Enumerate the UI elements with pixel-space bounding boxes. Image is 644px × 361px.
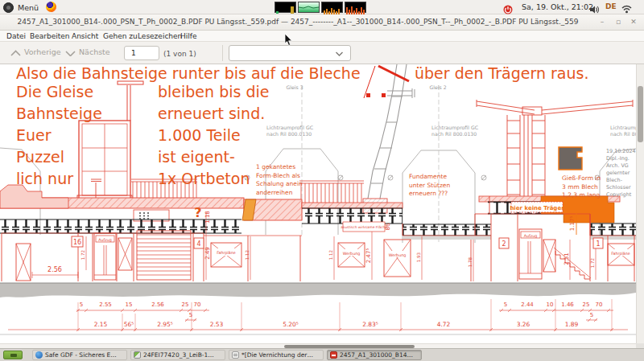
svg-text:Euer: Euer xyxy=(16,126,52,144)
pdf-canvas[interactable]: Also die Bahnsteige runter bis auf die B… xyxy=(0,64,636,343)
chevron-up-icon xyxy=(10,50,21,56)
svg-text:16: 16 xyxy=(73,239,81,246)
svg-text:unter Stützen: unter Stützen xyxy=(409,182,450,189)
puzzle-piece-shape xyxy=(559,147,582,170)
menubar: Datei Bearbeiten Ansicht Gehen zu Leseze… xyxy=(0,31,644,42)
menu-ansicht[interactable]: Ansicht xyxy=(72,32,98,40)
svg-text:2.51: 2.51 xyxy=(564,252,570,265)
menu-bearbeiten[interactable]: Bearbeiten xyxy=(30,32,69,40)
svg-text:anderreihen: anderreihen xyxy=(256,189,293,196)
menu-lesezeichen[interactable]: Lesezeichen xyxy=(138,32,182,40)
svg-text:Fahrpläne: Fahrpläne xyxy=(611,252,630,256)
next-page-button[interactable]: Nächste xyxy=(79,47,110,56)
vertical-scrollbar[interactable] xyxy=(636,64,644,343)
svg-text:5: 5 xyxy=(80,302,83,308)
svg-text:akustisch wirksame Fläche: akustisch wirksame Fläche xyxy=(341,225,387,229)
svg-text:3.26: 3.26 xyxy=(517,321,530,328)
svg-text:Lichtraumprofil GC: Lichtraumprofil GC xyxy=(431,125,478,131)
svg-text:2.56: 2.56 xyxy=(151,302,164,308)
svg-text:25: 25 xyxy=(182,302,189,308)
distro-logo-icon xyxy=(3,2,14,13)
minimize-button[interactable]: – xyxy=(596,16,609,28)
system-monitor-applet-3[interactable] xyxy=(321,2,343,13)
svg-text:Arch. VG: Arch. VG xyxy=(606,162,629,169)
svg-text:ist eigent-: ist eigent- xyxy=(158,148,235,166)
svg-text:3 mm Blech: 3 mm Blech xyxy=(562,183,598,191)
show-desktop-button[interactable] xyxy=(3,351,23,359)
svg-text:Gleis 3: Gleis 3 xyxy=(286,84,303,90)
svg-text:erneuern ???: erneuern ??? xyxy=(409,190,448,197)
svg-text:1.12: 1.12 xyxy=(328,250,333,260)
svg-text:1.78: 1.78 xyxy=(468,256,473,267)
svg-text:1x Ortbeton: 1x Ortbeton xyxy=(158,170,250,187)
taskbar-window-1[interactable]: Safe GDF - Sicheres E… xyxy=(32,350,127,360)
system-monitor-applet-2[interactable] xyxy=(298,2,320,13)
menu-hilfe[interactable]: Hilfe xyxy=(180,32,196,40)
svg-text:Form-Blech als: Form-Blech als xyxy=(256,172,300,179)
svg-text:5: 5 xyxy=(504,302,507,308)
previous-page-button[interactable]: Vorherige xyxy=(24,47,61,56)
svg-text:2.15: 2.15 xyxy=(94,321,108,328)
firefox-launcher-icon[interactable] xyxy=(46,2,56,12)
keyboard-layout-indicator[interactable]: DE xyxy=(605,2,617,10)
svg-text:lich nur: lich nur xyxy=(16,170,73,187)
system-monitor-applet-4[interactable] xyxy=(345,2,366,13)
page-number-input[interactable]: 1 xyxy=(124,46,159,60)
taskbar-window-3[interactable]: *[Die Vernichtung der… xyxy=(229,350,324,360)
page-count-label: (1 von 1) xyxy=(163,50,196,58)
svg-text:2.47⁵: 2.47⁵ xyxy=(365,248,372,264)
svg-text:1,2,3 m lang: 1,2,3 m lang xyxy=(562,191,601,199)
svg-text:70: 70 xyxy=(194,302,201,308)
close-button[interactable]: ✕ xyxy=(627,16,640,28)
svg-text:2.95⁵: 2.95⁵ xyxy=(157,321,173,328)
svg-text:1.72: 1.72 xyxy=(590,258,595,268)
chevron-down-icon xyxy=(65,50,76,56)
clock[interactable]: Sa, 19. Okt., 21:02 xyxy=(522,2,593,11)
svg-text:25: 25 xyxy=(583,302,590,308)
svg-text:2.44: 2.44 xyxy=(521,302,534,308)
svg-text:5.20⁵: 5.20⁵ xyxy=(283,321,299,328)
dropdown-chevron-icon xyxy=(336,51,343,56)
window-titlebar[interactable]: 2457_A1_301000_B14-.000_PSN_T_Ph_0002_B.… xyxy=(0,14,644,31)
svg-text:2.83⁵: 2.83⁵ xyxy=(362,321,378,328)
svg-text:über den Trägern raus.: über den Trägern raus. xyxy=(415,64,589,82)
window-title: 2457_A1_301000_B14-.000_PSN_T_Ph_0002_B.… xyxy=(0,18,596,26)
svg-text:Gleis 2: Gleis 2 xyxy=(429,84,446,90)
svg-text:Bahnsteige: Bahnsteige xyxy=(16,105,102,122)
menu-datei[interactable]: Datei xyxy=(6,32,26,40)
maximize-button[interactable]: ▫ xyxy=(612,16,625,28)
svg-text:Werbung: Werbung xyxy=(389,253,407,257)
boxed-mark-texts: 16 4 2 1 xyxy=(73,239,601,248)
svg-text:2.55: 2.55 xyxy=(99,302,112,308)
applications-menu-button[interactable]: Menü xyxy=(3,1,39,14)
system-monitor-applet-1[interactable] xyxy=(275,2,296,13)
svg-text:Blech-: Blech- xyxy=(606,177,622,183)
vertical-scrollbar-thumb[interactable] xyxy=(638,86,643,142)
svg-text:Werbung: Werbung xyxy=(343,252,361,256)
svg-text:1.89: 1.89 xyxy=(565,321,579,328)
svg-text:2.49: 2.49 xyxy=(204,247,211,260)
svg-text:15: 15 xyxy=(126,302,133,308)
svg-text:1.18: 1.18 xyxy=(204,211,211,224)
svg-text:Schlosser: Schlosser xyxy=(606,184,631,191)
svg-text:2: 2 xyxy=(502,240,506,248)
toolbar-separator xyxy=(222,45,223,61)
svg-text:Aufzug: Aufzug xyxy=(98,238,112,242)
svg-text:Die Gleise: Die Gleise xyxy=(16,83,93,101)
svg-text:Fahrpläne: Fahrpläne xyxy=(217,251,236,255)
menu-gehen-zu[interactable]: Gehen zu xyxy=(103,32,138,40)
svg-text:Aufzug: Aufzug xyxy=(524,234,538,238)
svg-text:erneuert sind.: erneuert sind. xyxy=(158,105,265,122)
svg-text:1.46: 1.46 xyxy=(561,302,574,308)
svg-text:10: 10 xyxy=(547,302,554,308)
taskbar-window-2[interactable]: 24FEI77420_3_LeiB-1… xyxy=(130,350,225,360)
svg-text:5: 5 xyxy=(590,312,593,318)
taskbar-window-4-active[interactable]: 2457_A1_301000_B14… xyxy=(327,350,422,360)
svg-text:1.17⁵: 1.17⁵ xyxy=(569,216,576,232)
zoom-level-dropdown[interactable] xyxy=(229,45,351,61)
svg-text:gelernter: gelernter xyxy=(606,170,630,176)
svg-text:hier keine Träger: hier keine Träger xyxy=(510,205,564,211)
svg-text:4: 4 xyxy=(196,240,200,248)
svg-text:5: 5 xyxy=(189,312,192,318)
svg-text:1.72: 1.72 xyxy=(80,250,85,260)
